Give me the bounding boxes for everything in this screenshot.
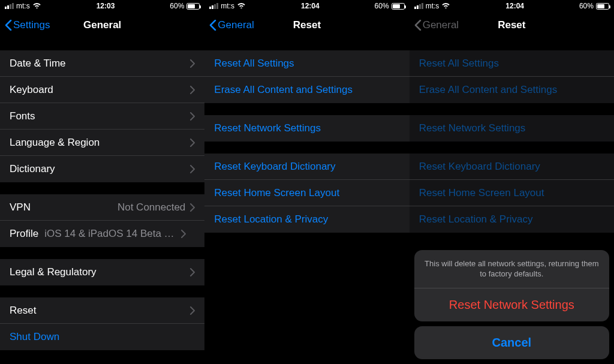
cancel-button[interactable]: Cancel (414, 326, 609, 359)
cell-legal-regulatory[interactable]: Legal & Regulatory (0, 259, 204, 285)
chevron-left-icon (5, 20, 12, 31)
back-label: General (423, 19, 459, 31)
carrier-label: mt:s (16, 2, 30, 10)
clock: 12:03 (97, 2, 115, 10)
cell-shut-down[interactable]: Shut Down (0, 324, 204, 350)
cell-vpn[interactable]: VPNNot Connected (0, 194, 204, 221)
back-button-settings[interactable]: Settings (0, 19, 50, 31)
cell-keyboard[interactable]: Keyboard (0, 77, 204, 103)
battery-pct: 60% (579, 2, 594, 10)
chevron-right-icon (190, 203, 195, 212)
battery-icon (596, 3, 609, 10)
action-sheet-message: This will delete all network settings, r… (414, 250, 609, 288)
battery-pct: 60% (375, 2, 389, 10)
battery-icon (392, 3, 405, 10)
cell-reset-location-privacy: Reset Location & Privacy (410, 206, 614, 233)
cell-reset-all-settings[interactable]: Reset All Settings (204, 50, 409, 77)
profile-value: iOS 14 & iPadOS 14 Beta Softwar... (44, 228, 176, 240)
chevron-right-icon (190, 112, 195, 121)
cell-profile[interactable]: ProfileiOS 14 & iPadOS 14 Beta Softwar..… (0, 221, 204, 247)
cell-date-time[interactable]: Date & Time (0, 50, 204, 77)
chevron-left-icon (209, 20, 216, 31)
chevron-right-icon (190, 139, 195, 147)
carrier-label: mt:s (221, 2, 234, 10)
screen-reset-confirm: mt:s 12:04 60% General Reset Reset All S… (410, 0, 614, 364)
chevron-right-icon (190, 165, 195, 173)
cell-dictionary[interactable]: Dictionary (0, 156, 204, 182)
chevron-right-icon (190, 86, 195, 94)
cell-erase-all-content[interactable]: Erase All Content and Settings (204, 77, 409, 103)
back-label: General (218, 19, 254, 31)
cell-reset-all-settings: Reset All Settings (410, 50, 614, 77)
chevron-right-icon (190, 306, 195, 315)
battery-icon (186, 3, 200, 10)
status-bar: mt:s 12:04 60% (410, 0, 614, 12)
cell-reset-keyboard-dictionary: Reset Keyboard Dictionary (410, 154, 614, 180)
chevron-left-icon (414, 20, 422, 31)
action-sheet: This will delete all network settings, r… (414, 250, 609, 359)
clock: 12:04 (505, 2, 524, 10)
chevron-right-icon (190, 59, 195, 68)
signal-icon (209, 3, 218, 9)
chevron-right-icon (181, 230, 186, 238)
chevron-right-icon (190, 268, 195, 276)
cell-reset-home-screen-layout: Reset Home Screen Layout (410, 180, 614, 206)
confirm-reset-network-button[interactable]: Reset Network Settings (414, 288, 609, 321)
cell-reset[interactable]: Reset (0, 297, 204, 324)
cell-reset-network-settings[interactable]: Reset Network Settings (204, 115, 409, 142)
wifi-icon (441, 2, 450, 10)
cell-fonts[interactable]: Fonts (0, 103, 204, 130)
wifi-icon (237, 2, 246, 10)
carrier-label: mt:s (426, 2, 440, 10)
cell-reset-network-settings: Reset Network Settings (410, 115, 614, 142)
back-button-general[interactable]: General (204, 19, 254, 31)
battery-pct: 60% (170, 2, 184, 10)
back-label: Settings (13, 19, 50, 31)
nav-bar: General Reset (204, 12, 409, 38)
screen-reset: mt:s 12:04 60% General Reset Reset All S… (204, 0, 409, 364)
cell-language-region[interactable]: Language & Region (0, 130, 204, 156)
clock: 12:04 (301, 2, 320, 10)
signal-icon (5, 3, 14, 9)
back-button-general-dimmed: General (410, 19, 459, 31)
cell-reset-home-screen-layout[interactable]: Reset Home Screen Layout (204, 180, 409, 206)
cell-reset-keyboard-dictionary[interactable]: Reset Keyboard Dictionary (204, 154, 409, 180)
screen-general: mt:s 12:03 60% Settings General Date & T… (0, 0, 204, 364)
status-bar: mt:s 12:03 60% (0, 0, 204, 12)
vpn-status: Not Connected (118, 201, 185, 213)
cell-erase-all-content: Erase All Content and Settings (410, 77, 614, 103)
nav-bar: Settings General (0, 12, 204, 38)
wifi-icon (32, 2, 41, 10)
status-bar: mt:s 12:04 60% (204, 0, 409, 12)
signal-icon (414, 3, 423, 9)
cell-reset-location-privacy[interactable]: Reset Location & Privacy (204, 206, 409, 233)
nav-bar: General Reset (410, 12, 614, 38)
